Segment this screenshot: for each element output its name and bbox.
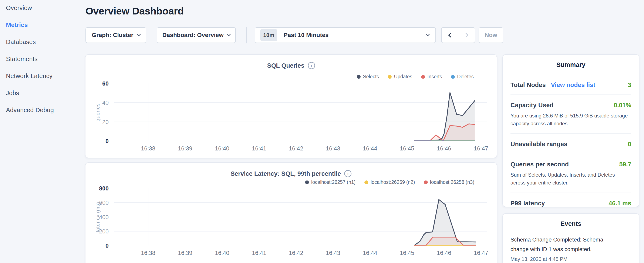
time-range-label: Past 10 Minutes bbox=[284, 32, 329, 39]
event-text[interactable]: Schema Change Completed: Schema change w… bbox=[510, 235, 618, 254]
svg-text:16:46: 16:46 bbox=[437, 145, 451, 152]
svg-text:16:43: 16:43 bbox=[326, 250, 340, 256]
p99-latency-label: P99 latency bbox=[510, 200, 545, 207]
svg-text:16:38: 16:38 bbox=[141, 145, 156, 152]
graph-dropdown-label: Graph: Cluster bbox=[92, 32, 133, 39]
qps-label: Queries per second bbox=[510, 161, 569, 168]
summary-panel: Summary Total Nodes View nodes list 3 Ca… bbox=[502, 54, 639, 207]
service-latency-chart-card: Service Latency: SQL, 99th percentile i … bbox=[85, 162, 497, 263]
summary-row-qps: Queries per second 59.7 Sum of Selects, … bbox=[510, 154, 631, 193]
svg-text:16:44: 16:44 bbox=[363, 250, 378, 256]
summary-row-unavailable-ranges: Unavailable ranges 0 bbox=[510, 133, 631, 154]
sidebar-item-statements[interactable]: Statements bbox=[6, 55, 85, 63]
svg-text:800: 800 bbox=[99, 185, 109, 192]
p99-latency-value: 46.1 ms bbox=[609, 200, 631, 207]
view-nodes-list-link[interactable]: View nodes list bbox=[551, 82, 595, 89]
svg-text:16:47: 16:47 bbox=[474, 145, 488, 152]
sidebar: Overview Metrics Databases Statements Ne… bbox=[0, 0, 85, 123]
sidebar-item-jobs[interactable]: Jobs bbox=[6, 89, 85, 97]
svg-text:16:39: 16:39 bbox=[178, 145, 192, 152]
events-title: Events bbox=[503, 214, 639, 227]
page-title: Overview Dashboard bbox=[86, 5, 184, 17]
svg-text:600: 600 bbox=[99, 200, 109, 206]
unavailable-ranges-value: 0 bbox=[628, 141, 631, 148]
time-range-badge: 10m bbox=[260, 29, 277, 41]
chevron-down-icon bbox=[137, 32, 140, 36]
sql-queries-chart-card: SQL Queries i SelectsUpdatesInsertsDelet… bbox=[85, 54, 497, 158]
svg-text:16:38: 16:38 bbox=[141, 250, 156, 256]
dashboard-dropdown-label: Dashboard: Overview bbox=[162, 32, 224, 39]
sidebar-item-overview[interactable]: Overview bbox=[6, 4, 85, 12]
chevron-down-icon bbox=[227, 32, 231, 36]
sql-queries-plot: 16:3816:3916:4016:4116:4216:4316:4416:45… bbox=[86, 55, 498, 158]
svg-text:16:39: 16:39 bbox=[178, 250, 192, 256]
dashboard-dropdown[interactable]: Dashboard: Overview bbox=[157, 27, 236, 43]
now-button[interactable]: Now bbox=[478, 27, 503, 43]
svg-text:16:42: 16:42 bbox=[289, 145, 304, 152]
svg-text:20: 20 bbox=[102, 119, 109, 125]
sidebar-item-databases[interactable]: Databases bbox=[6, 38, 85, 46]
svg-text:0: 0 bbox=[106, 138, 109, 144]
toolbar-divider bbox=[246, 27, 247, 43]
svg-text:16:41: 16:41 bbox=[252, 145, 266, 152]
svg-text:200: 200 bbox=[99, 228, 109, 235]
capacity-used-desc: You are using 28.6 MiB of 515.9 GiB usab… bbox=[510, 112, 631, 127]
prev-range-button[interactable] bbox=[442, 28, 458, 43]
time-range-dropdown[interactable]: 10m Past 10 Minutes bbox=[255, 27, 436, 43]
service-latency-plot: 16:3816:3916:4016:4116:4216:4316:4416:45… bbox=[86, 163, 498, 263]
page-root: Overview Metrics Databases Statements Ne… bbox=[0, 0, 644, 263]
chevron-right-icon bbox=[464, 33, 468, 38]
sidebar-item-advanced-debug[interactable]: Advanced Debug bbox=[6, 106, 85, 114]
svg-text:16:46: 16:46 bbox=[437, 250, 451, 256]
now-button-label: Now bbox=[484, 32, 497, 39]
summary-body: Total Nodes View nodes list 3 Capacity U… bbox=[503, 75, 639, 213]
svg-text:16:47: 16:47 bbox=[474, 250, 488, 256]
svg-text:16:40: 16:40 bbox=[215, 250, 230, 256]
events-body: Schema Change Completed: Schema change w… bbox=[503, 235, 639, 262]
svg-text:16:40: 16:40 bbox=[215, 145, 230, 152]
chevron-down-icon bbox=[426, 32, 430, 36]
sidebar-item-metrics[interactable]: Metrics bbox=[6, 21, 85, 29]
summary-title: Summary bbox=[503, 55, 639, 68]
events-panel: Events Schema Change Completed: Schema c… bbox=[502, 213, 639, 263]
summary-row-capacity: Capacity Used 0.01% You are using 28.6 M… bbox=[510, 95, 631, 133]
total-nodes-value: 3 bbox=[628, 82, 631, 89]
svg-text:16:45: 16:45 bbox=[400, 250, 414, 256]
event-timestamp: May 13, 2020 at 4:45 PM bbox=[510, 256, 631, 262]
graph-dropdown[interactable]: Graph: Cluster bbox=[86, 27, 146, 43]
svg-text:400: 400 bbox=[99, 214, 109, 220]
svg-text:16:44: 16:44 bbox=[363, 145, 378, 152]
svg-text:16:41: 16:41 bbox=[252, 250, 266, 256]
total-nodes-label: Total Nodes bbox=[510, 82, 546, 89]
svg-text:16:45: 16:45 bbox=[400, 145, 414, 152]
time-range-pager bbox=[441, 27, 475, 43]
next-range-button[interactable] bbox=[458, 28, 475, 43]
svg-text:60: 60 bbox=[102, 80, 109, 87]
qps-value: 59.7 bbox=[619, 161, 631, 168]
summary-row-total-nodes: Total Nodes View nodes list 3 bbox=[510, 75, 631, 95]
svg-text:0: 0 bbox=[106, 242, 109, 249]
svg-text:16:43: 16:43 bbox=[326, 145, 340, 152]
svg-text:16:42: 16:42 bbox=[289, 250, 304, 256]
sidebar-item-network-latency[interactable]: Network Latency bbox=[6, 72, 85, 80]
svg-text:40: 40 bbox=[102, 100, 109, 106]
capacity-used-value: 0.01% bbox=[614, 102, 631, 109]
summary-row-p99: P99 latency 46.1 ms bbox=[510, 193, 631, 213]
chevron-left-icon bbox=[448, 33, 453, 38]
qps-desc: Sum of Selects, Updates, Inserts, and De… bbox=[510, 171, 631, 187]
unavailable-ranges-label: Unavailable ranges bbox=[510, 141, 568, 148]
capacity-used-label: Capacity Used bbox=[510, 102, 554, 109]
